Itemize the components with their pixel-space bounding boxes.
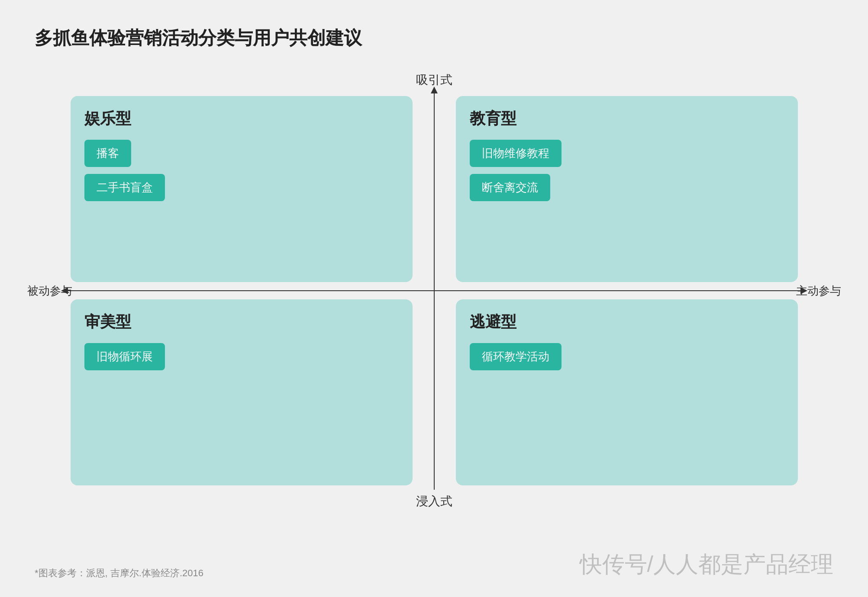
quadrant-escape-title: 逃避型 — [470, 311, 784, 333]
axis-label-left: 被动参与 — [27, 283, 72, 298]
watermark: 快传号/人人都是产品经理 — [580, 549, 833, 580]
matrix-area: 被动参与 主动参与 娱乐型 播客 二手书盲盒 教育型 旧物维修教程 断舍离交流 … — [66, 92, 802, 490]
quadrant-aesthetic-title: 审美型 — [84, 311, 399, 333]
axis-label-right: 主动参与 — [796, 283, 841, 298]
quadrant-entertainment: 娱乐型 播客 二手书盲盒 — [71, 96, 413, 282]
horizontal-axis — [66, 290, 802, 291]
quadrant-escape: 逃避型 循环教学活动 — [456, 299, 798, 485]
page-title: 多抓鱼体验营销活动分类与用户共创建议 — [35, 26, 833, 50]
quadrant-education: 教育型 旧物维修教程 断舍离交流 — [456, 96, 798, 282]
axis-label-bottom: 浸入式 — [416, 493, 452, 510]
footer: *图表参考：派恩, 吉摩尔.体验经济.2016 快传号/人人都是产品经理 — [35, 549, 833, 580]
tag-cycle-exhibit: 旧物循环展 — [84, 343, 165, 370]
quadrant-education-title: 教育型 — [470, 108, 784, 129]
tag-cycle-activity: 循环教学活动 — [470, 343, 561, 370]
tag-podcast: 播客 — [84, 140, 131, 167]
quadrant-aesthetic: 审美型 旧物循环展 — [71, 299, 413, 485]
quadrant-education-tags: 旧物维修教程 断舍离交流 — [470, 140, 784, 201]
tag-declutter: 断舍离交流 — [470, 174, 550, 201]
quadrant-escape-tags: 循环教学活动 — [470, 343, 784, 370]
quadrant-aesthetic-tags: 旧物循环展 — [84, 343, 399, 370]
quadrant-entertainment-title: 娱乐型 — [84, 108, 399, 129]
quadrant-entertainment-tags: 播客 二手书盲盒 — [84, 140, 399, 201]
footnote: *图表参考：派恩, 吉摩尔.体验经济.2016 — [35, 567, 203, 580]
axis-label-top: 吸引式 — [416, 72, 452, 88]
tag-blind-box: 二手书盲盒 — [84, 174, 165, 201]
tag-repair: 旧物维修教程 — [470, 140, 561, 167]
chart-container: 吸引式 被动参与 主动参与 娱乐型 播客 二手书盲盒 教育型 旧物维修教程 断舍… — [35, 72, 833, 536]
